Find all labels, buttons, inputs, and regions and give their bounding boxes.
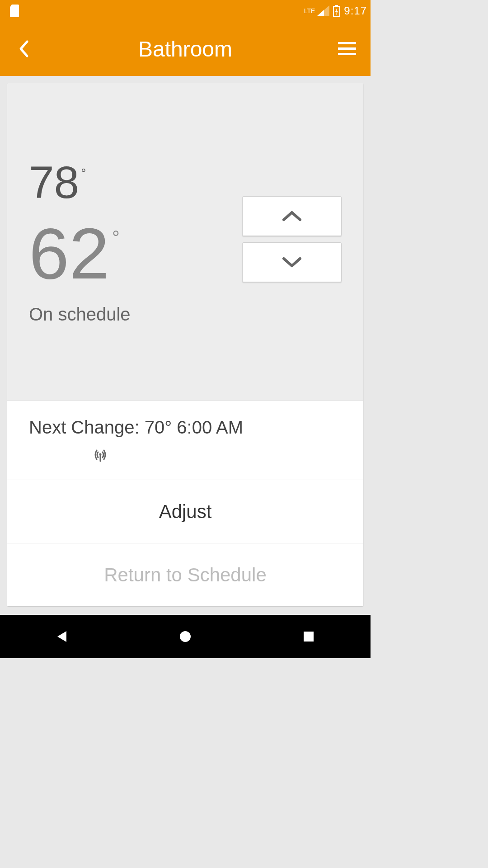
nav-home-button[interactable] bbox=[158, 623, 212, 650]
next-change-text: Next Change: 70° 6:00 AM bbox=[29, 417, 342, 438]
svg-point-7 bbox=[180, 631, 191, 642]
system-nav-bar bbox=[0, 615, 371, 658]
signal-broadcast-icon bbox=[92, 447, 108, 467]
return-label: Return to Schedule bbox=[104, 564, 267, 586]
temp-down-button[interactable] bbox=[242, 242, 342, 282]
next-change-section: Next Change: 70° 6:00 AM bbox=[7, 401, 363, 480]
back-button[interactable] bbox=[11, 36, 36, 61]
chevron-down-icon bbox=[281, 256, 303, 269]
battery-charging-icon bbox=[333, 5, 340, 17]
signal-icon bbox=[317, 5, 329, 16]
degree-symbol: ° bbox=[81, 167, 86, 179]
status-bar: LTE 9:17 bbox=[0, 0, 371, 22]
adjust-label: Adjust bbox=[159, 501, 212, 523]
ambient-value: 78 bbox=[29, 160, 79, 205]
chevron-up-icon bbox=[281, 210, 303, 222]
svg-rect-4 bbox=[338, 53, 356, 55]
setpoint-value: 62 bbox=[29, 217, 109, 290]
nav-recent-button[interactable] bbox=[282, 623, 336, 650]
return-to-schedule-button[interactable]: Return to Schedule bbox=[7, 543, 363, 606]
menu-button[interactable] bbox=[334, 36, 360, 61]
temp-up-button[interactable] bbox=[242, 196, 342, 236]
sd-card-icon bbox=[9, 5, 20, 17]
temperature-stepper bbox=[242, 196, 342, 282]
page-title: Bathroom bbox=[36, 37, 334, 61]
network-label: LTE bbox=[304, 7, 315, 14]
temperature-panel: 78 ° 62 ° On schedule bbox=[7, 83, 363, 401]
app-bar: Bathroom bbox=[0, 22, 371, 76]
svg-rect-2 bbox=[338, 42, 356, 44]
svg-rect-8 bbox=[304, 632, 314, 642]
schedule-status: On schedule bbox=[29, 304, 342, 325]
adjust-button[interactable]: Adjust bbox=[7, 480, 363, 543]
svg-rect-3 bbox=[338, 47, 356, 50]
content-area: 78 ° 62 ° On schedule N bbox=[0, 76, 371, 615]
clock-time: 9:17 bbox=[344, 5, 367, 17]
degree-symbol: ° bbox=[112, 228, 120, 247]
thermostat-card: 78 ° 62 ° On schedule N bbox=[7, 83, 363, 606]
nav-back-button[interactable] bbox=[35, 623, 89, 650]
